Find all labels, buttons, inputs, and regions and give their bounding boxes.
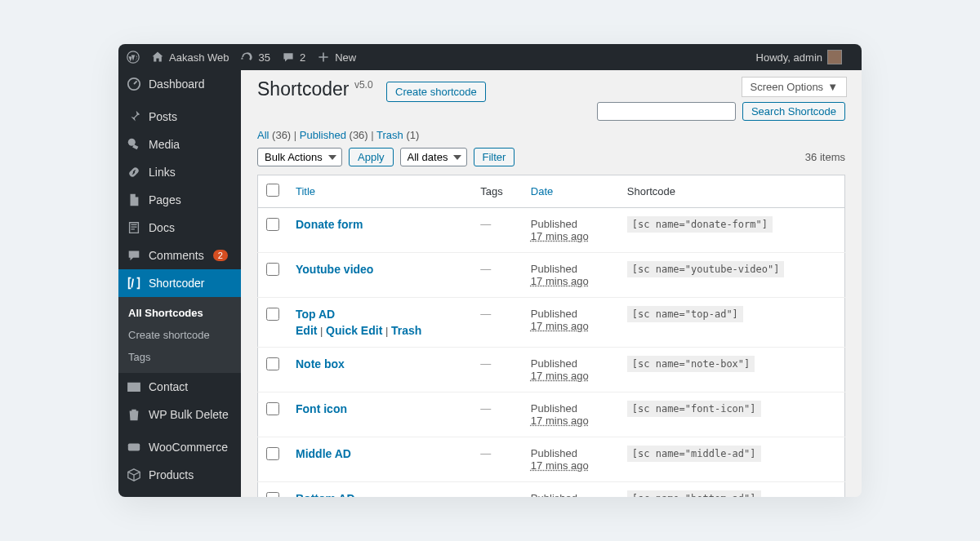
shortcode-code: [sc name="font-icon"]: [627, 401, 761, 417]
table-row: Top ADEdit | Quick Edit | Trash—Publishe…: [258, 298, 845, 348]
home-icon: [151, 51, 164, 64]
plus-icon: [317, 51, 330, 64]
submenu-shortcoder: All Shortcodes Create shortcode Tags: [118, 297, 241, 373]
site-name: Aakash Web: [169, 51, 229, 64]
row-title-link[interactable]: Donate form: [296, 218, 363, 231]
filter-button[interactable]: Filter: [474, 148, 515, 166]
submenu-all[interactable]: All Shortcodes: [118, 302, 241, 324]
row-trash[interactable]: Trash: [391, 324, 421, 337]
table-row: Font icon—Published17 mins ago[sc name="…: [258, 392, 845, 437]
row-title-link[interactable]: Font icon: [296, 402, 347, 415]
menu-products[interactable]: Products: [118, 461, 241, 489]
comment-icon: [282, 51, 295, 64]
menu-wpbulk[interactable]: WP Bulk Delete: [118, 401, 241, 428]
admin-bar: Aakash Web 35 2 New Howdy, admin: [118, 44, 862, 70]
filter-trash[interactable]: Trash: [376, 129, 403, 141]
wp-admin-window: Aakash Web 35 2 New Howdy, admin Dashboa…: [118, 44, 862, 497]
row-title-link[interactable]: Note box: [296, 357, 345, 370]
tags-empty: —: [480, 263, 491, 275]
menu-docs[interactable]: Docs: [118, 214, 241, 242]
link-icon: [127, 165, 141, 180]
updates-link[interactable]: 35: [240, 51, 270, 64]
date-filter-select[interactable]: All dates: [400, 148, 467, 166]
table-row: Bottom AD—Published17 mins ago[sc name="…: [258, 482, 845, 497]
row-time: 17 mins ago: [531, 230, 589, 242]
col-date[interactable]: Date: [531, 185, 553, 197]
row-time: 17 mins ago: [531, 275, 589, 287]
dashboard-icon: [127, 77, 141, 91]
menu-dashboard[interactable]: Dashboard: [118, 70, 241, 98]
row-quickedit[interactable]: Quick Edit: [326, 324, 382, 337]
row-title-link[interactable]: Bottom AD: [296, 492, 355, 497]
row-status: Published: [531, 263, 577, 275]
row-checkbox[interactable]: [266, 357, 279, 370]
row-status: Published: [531, 308, 577, 320]
select-all-checkbox[interactable]: [266, 184, 279, 197]
row-status: Published: [531, 492, 577, 497]
menu-links[interactable]: Links: [118, 158, 241, 186]
row-checkbox[interactable]: [266, 218, 279, 231]
col-title[interactable]: Title: [296, 185, 315, 197]
row-checkbox[interactable]: [266, 263, 279, 276]
menu-posts[interactable]: Posts: [118, 103, 241, 131]
row-edit[interactable]: Edit: [296, 324, 317, 337]
comments-link[interactable]: 2: [282, 51, 305, 64]
filter-published[interactable]: Published: [300, 129, 346, 141]
row-checkbox[interactable]: [266, 402, 279, 415]
row-checkbox[interactable]: [266, 492, 279, 497]
row-title-link[interactable]: Top AD: [296, 308, 335, 321]
screen-options-toggle[interactable]: Screen Options ▼: [742, 77, 847, 97]
table-row: Middle AD—Published17 mins ago[sc name="…: [258, 437, 845, 482]
shortcode-code: [sc name="youtube-video"]: [627, 261, 785, 277]
menu-comments[interactable]: Comments2: [118, 242, 241, 269]
shortcodes-table: Title Tags Date Shortcode Donate form—Pu…: [257, 175, 845, 497]
row-checkbox[interactable]: [266, 447, 279, 460]
apply-button[interactable]: Apply: [349, 148, 394, 166]
tags-empty: —: [480, 308, 491, 320]
trash-icon: [127, 407, 141, 422]
submenu-tags[interactable]: Tags: [118, 346, 241, 368]
pin-icon: [127, 109, 141, 124]
doc-icon: [127, 220, 141, 235]
tags-empty: —: [480, 447, 491, 459]
row-title-link[interactable]: Middle AD: [296, 447, 351, 460]
menu-forums[interactable]: Forums: [118, 494, 241, 497]
row-status: Published: [531, 357, 577, 370]
page-title: Shortcoder v5.0: [257, 78, 373, 100]
products-icon: [127, 468, 141, 482]
table-row: Note box—Published17 mins ago[sc name="n…: [258, 348, 845, 392]
row-checkbox[interactable]: [266, 308, 279, 321]
media-icon: [127, 137, 141, 152]
tags-empty: —: [480, 357, 491, 370]
filter-all[interactable]: All: [257, 129, 269, 141]
comments-count: 2: [300, 51, 305, 64]
code-icon: [127, 276, 141, 290]
submenu-create[interactable]: Create shortcode: [118, 324, 241, 346]
shortcode-code: [sc name="middle-ad"]: [627, 446, 761, 462]
menu-pages[interactable]: Pages: [118, 186, 241, 214]
bulk-action-select[interactable]: Bulk Actions: [257, 148, 342, 166]
pages-icon: [127, 193, 141, 207]
my-account[interactable]: Howdy, admin: [756, 50, 842, 64]
menu-shortcoder[interactable]: Shortcoder: [118, 269, 241, 297]
search-input[interactable]: [597, 102, 736, 121]
menu-media[interactable]: Media: [118, 131, 241, 158]
row-status: Published: [531, 447, 577, 459]
search-button[interactable]: Search Shortcode: [742, 102, 845, 121]
create-shortcode-button[interactable]: Create shortcode: [386, 82, 486, 102]
tags-empty: —: [480, 218, 491, 230]
menu-contact[interactable]: Contact: [118, 373, 241, 401]
row-title-link[interactable]: Youtube video: [296, 263, 373, 276]
admin-sidebar: Dashboard Posts Media Links Pages Docs C…: [118, 70, 241, 497]
content-area: Screen Options ▼ Shortcoder v5.0 Create …: [241, 70, 862, 497]
shortcode-code: [sc name="top-ad"]: [627, 306, 743, 322]
row-time: 17 mins ago: [531, 320, 589, 332]
status-filters: All (36) | Published (36) | Trash (1): [257, 129, 845, 141]
site-name-link[interactable]: Aakash Web: [151, 51, 229, 64]
col-shortcode: Shortcode: [619, 175, 845, 208]
tags-empty: —: [480, 402, 491, 415]
version-label: v5.0: [354, 79, 373, 91]
wp-logo[interactable]: [127, 51, 140, 64]
menu-woocommerce[interactable]: WooCommerce: [118, 433, 241, 461]
new-content-link[interactable]: New: [317, 51, 356, 64]
